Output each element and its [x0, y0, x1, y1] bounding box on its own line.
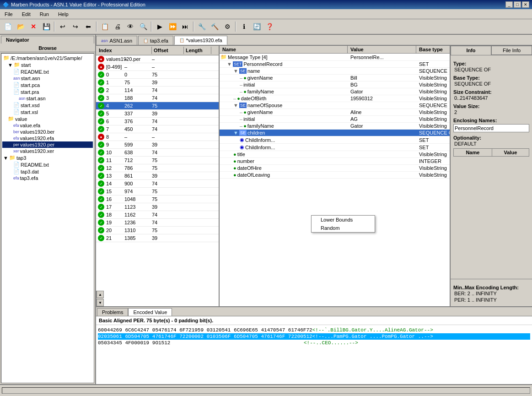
index-row-8[interactable]: ● 8 – – — [96, 133, 219, 141]
index-row-20[interactable]: ✓ 20 1310 75 — [96, 227, 219, 234]
tree-item-startasn2[interactable]: asn start.asn — [2, 95, 93, 102]
tab-asn1[interactable]: asn ASN1.asn — [96, 36, 137, 45]
asn-row-initial[interactable]: – initial BG VisibleString — [220, 81, 450, 88]
tree-item-tap3efa[interactable]: efa tap3.efa — [2, 175, 93, 181]
index-row-7[interactable]: ✓ 7 450 74 — [96, 125, 219, 133]
asn-row-gn-spouse[interactable]: – ● givenName Aline VisibleString — [220, 109, 450, 116]
save-button[interactable]: 💾 — [40, 21, 52, 33]
tree-item-tap3readme[interactable]: 📄 README.txt — [2, 161, 93, 168]
decode-btn[interactable]: 🔨 — [209, 21, 220, 33]
index-row-3[interactable]: ✓ 3 188 74 — [96, 94, 219, 102]
tree-item-start-folder[interactable]: ▼ 📁 start — [2, 61, 93, 68]
undo-button[interactable]: ↩ — [57, 21, 69, 33]
info-btn[interactable]: ℹ — [238, 21, 250, 33]
tree-item-v1920xer[interactable]: xer values1920.xer — [2, 148, 93, 154]
config-btn[interactable]: ⚙ — [221, 21, 233, 33]
index-row-16[interactable]: ✓ 16 1048 75 — [96, 195, 219, 203]
view-btn[interactable]: 👁 — [124, 21, 136, 33]
asn-row-nos[interactable]: ▼ SE nameOfSpouse SEQUENCE — [220, 102, 450, 109]
asn-row-personnelrecord[interactable]: ▼ SET PersonnelRecord SET — [220, 61, 450, 68]
asn-row-child2[interactable]: ◉ ChildInform... SET — [220, 144, 450, 151]
index-row-10[interactable]: ✓ 10 638 74 — [96, 149, 219, 157]
menu-help[interactable]: Help — [55, 11, 71, 18]
status-scrollbar[interactable] — [2, 387, 530, 394]
asn-row-givenname[interactable]: – ● givenName Bill VisibleString — [220, 75, 450, 81]
index-row-9[interactable]: ✓ 9 599 39 — [96, 141, 219, 149]
close-button[interactable]: ✕ — [27, 21, 39, 33]
close-button[interactable]: ✕ — [522, 1, 529, 8]
index-row-21[interactable]: ✓ 21 1385 39 — [96, 234, 219, 242]
menu-run[interactable]: Run — [37, 11, 52, 18]
asn-row-dob[interactable]: – ● dateOfBirth 19590312 VisibleString — [220, 95, 450, 102]
index-row-6[interactable]: ✓ 6 376 74 — [96, 118, 219, 125]
minimize-button[interactable]: _ — [505, 1, 513, 8]
asn-row-doh[interactable]: ● dateOfHire VisibleString — [220, 165, 450, 172]
help-btn[interactable]: ❓ — [263, 21, 275, 33]
info-tab-info[interactable]: Info — [451, 46, 491, 55]
filter-btn[interactable]: 🔍 — [137, 21, 149, 33]
asn-row-child1[interactable]: ◉ ChildInform... SET — [220, 136, 450, 144]
asn-row-dol[interactable]: ● dateOfLeaving VisibleString — [220, 172, 450, 179]
ctx-random[interactable]: Random — [312, 224, 375, 232]
bottom-tab-encoded[interactable]: Encoded Value — [128, 308, 172, 316]
tree-item-tap3-folder[interactable]: ▼ 📁 tap3 — [2, 154, 93, 161]
tab-values1920efa[interactable]: 📋 *values1920.efa — [174, 36, 227, 45]
tree-item-startxsd[interactable]: 📄 start.xsd — [2, 102, 93, 108]
tree-item-v1920per[interactable]: per values1920.per — [2, 141, 93, 148]
asn-row-children[interactable]: ▼ SE children SEQUENCE OF — [220, 130, 450, 136]
run2-btn[interactable]: ⏩ — [167, 21, 178, 33]
asn-row-init-spouse[interactable]: – initial AG VisibleString — [220, 116, 450, 123]
index-row-range[interactable]: ● [0-499] – – — [96, 63, 219, 71]
index-row-13[interactable]: ✓ 13 861 39 — [96, 172, 219, 180]
print-btn[interactable]: 🖨 — [112, 21, 124, 33]
scroll-up-btn[interactable]: ▲ — [97, 291, 104, 298]
index-row-2[interactable]: ✓ 2 114 74 — [96, 87, 219, 94]
run-btn[interactable]: ▶ — [154, 21, 166, 33]
index-row-per[interactable]: ● values1920.per – – — [96, 55, 219, 63]
info-tab-fileinfo[interactable]: File Info — [491, 46, 532, 55]
maximize-button[interactable]: □ — [514, 1, 521, 8]
tree-item-startpra[interactable]: 📄 start.pra — [2, 88, 93, 95]
tree-item-startpca[interactable]: 📄 start.pca — [2, 81, 93, 88]
asn-row-number[interactable]: ● number INTEGER — [220, 158, 450, 165]
new-button[interactable]: 📄 — [2, 21, 14, 33]
redo-button[interactable]: ↪ — [70, 21, 81, 33]
index-row-14[interactable]: ✓ 14 900 74 — [96, 180, 219, 188]
tree-item-startxsl[interactable]: 📄 start.xsl — [2, 108, 93, 115]
index-scrollbar[interactable]: ▲ ▼ — [96, 291, 103, 306]
prev-button[interactable]: ⬅ — [82, 21, 94, 33]
copy-btn[interactable]: 📋 — [99, 21, 111, 33]
index-row-5[interactable]: ✓ 5 337 39 — [96, 110, 219, 118]
menu-edit[interactable]: Edit — [19, 11, 33, 18]
menu-file[interactable]: File — [2, 11, 16, 18]
asn-row-msgtype[interactable]: 📁 Message Type [4] PersonnelRe... — [220, 54, 450, 61]
index-row-0[interactable]: ✓ 0 0 75 — [96, 71, 219, 79]
index-row-12[interactable]: ✓ 12 786 75 — [96, 164, 219, 172]
index-row-19[interactable]: ✓ 19 1236 74 — [96, 219, 219, 227]
tree-item-value-folder[interactable]: 📁 value — [2, 115, 93, 122]
tree-item-readme[interactable]: 📄 README.txt — [2, 68, 93, 75]
open-button[interactable]: 📂 — [15, 21, 27, 33]
tree-item-tap3dat[interactable]: 📄 tap3.dat — [2, 168, 93, 175]
scroll-down-btn[interactable]: ▼ — [97, 299, 104, 306]
bottom-tab-problems[interactable]: Problems — [97, 308, 128, 316]
index-row-17[interactable]: ✓ 17 1123 39 — [96, 203, 219, 211]
index-row-15[interactable]: ✓ 15 974 75 — [96, 188, 219, 195]
tree-item-v1920efa[interactable]: efa values1920.efa — [2, 135, 93, 141]
index-row-1[interactable]: ✓ 1 75 39 — [96, 79, 219, 87]
index-row-4[interactable]: ✓ 4 262 75 — [96, 102, 219, 110]
asn-row-fn-spouse[interactable]: – ● familyName Gator VisibleString — [220, 123, 450, 130]
asn-row-familyname[interactable]: – ● familyName Gator VisibleString — [220, 88, 450, 95]
tree-item-valueefa[interactable]: efa value.efa — [2, 122, 93, 129]
encode-btn[interactable]: 🔧 — [196, 21, 208, 33]
refresh-btn[interactable]: 🔄 — [251, 21, 263, 33]
tab-tap3efa[interactable]: 📋 tap3.efa — [138, 36, 173, 45]
index-row-18[interactable]: ✓ 18 1162 74 — [96, 211, 219, 219]
navigator-tab[interactable]: Navigator — [1, 36, 94, 43]
run3-btn[interactable]: ⏭ — [179, 21, 191, 33]
tree-item-v1920ber[interactable]: ber values1920.ber — [2, 129, 93, 135]
tree-item-start-asn[interactable]: asn start.asn — [2, 75, 93, 81]
asn-row-name[interactable]: ▼ SE name SEQUENCE — [220, 68, 450, 75]
asn-row-title[interactable]: ● title VisibleString — [220, 151, 450, 158]
ctx-lower-bounds[interactable]: Lower Bounds — [312, 216, 375, 224]
